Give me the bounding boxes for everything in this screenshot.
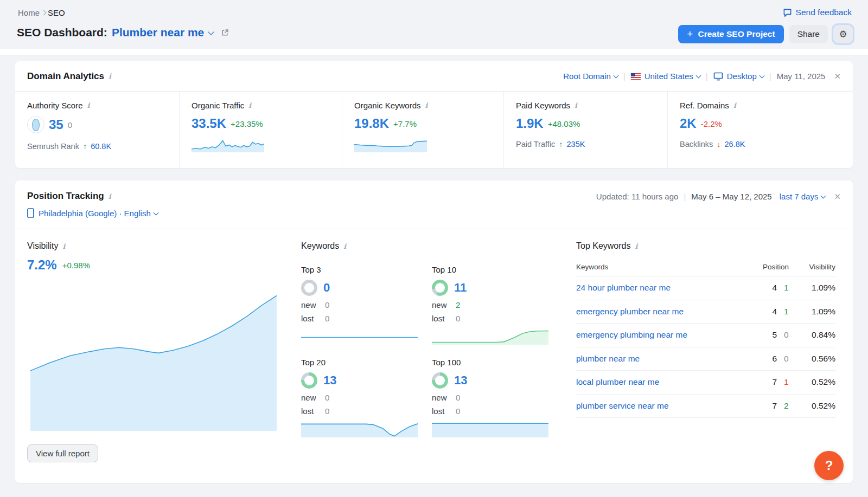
top3-count[interactable]: 0 [323, 281, 330, 295]
feedback-bubble-icon [783, 8, 792, 17]
trend-arrow-icon: ↓ [717, 140, 720, 149]
country-dropdown[interactable]: United States [631, 72, 700, 81]
keyword-link[interactable]: local plumber near me [576, 377, 749, 387]
info-icon[interactable] [425, 101, 428, 109]
domain-analytics-controls: Root Domain | United States | Desktop | … [563, 72, 841, 81]
top20-count[interactable]: 13 [323, 373, 336, 388]
close-icon[interactable] [834, 192, 841, 201]
close-icon[interactable] [834, 72, 841, 80]
keyword-link[interactable]: 24 hour plumber near me [576, 283, 749, 293]
metric-value[interactable]: 1.9K [516, 116, 544, 131]
view-full-report-button[interactable]: View full report [27, 444, 98, 462]
info-icon[interactable] [343, 242, 346, 250]
top100-donut-icon [432, 372, 448, 389]
top20-donut-icon [301, 372, 317, 389]
page-title: SEO Dashboard: Plumber near me [17, 26, 229, 39]
top100-count[interactable]: 13 [454, 373, 467, 388]
metric-organic-keywords: Organic Keywords 19.8K +7.7% [342, 92, 504, 167]
table-row: plumber service near me 7 2 0.52% [576, 395, 835, 418]
external-link-icon[interactable] [221, 29, 229, 37]
top100-sparkline [432, 421, 548, 437]
keywords-section: Keywords Top 3 0 new0 lost0 Top 10 [301, 241, 568, 437]
send-feedback-link[interactable]: Send feedback [783, 8, 852, 17]
create-seo-project-button[interactable]: Create SEO Project [678, 25, 783, 43]
top10-sparkline [432, 328, 548, 345]
backlinks-link[interactable]: 26.8K [725, 140, 745, 149]
metric-delta: -2.2% [701, 119, 722, 128]
paid-traffic-link[interactable]: 235K [567, 140, 585, 149]
col-keywords: Keywords [576, 263, 749, 271]
top3-sparkline [301, 328, 418, 345]
domain-analytics-header: Domain Analytics Root Domain | United St… [15, 61, 853, 92]
semrush-rank-link[interactable]: 60.8K [91, 142, 111, 151]
device-dropdown[interactable]: Desktop [713, 72, 764, 81]
lost-value: 0 [456, 406, 460, 416]
keyword-link[interactable]: plumber service near me [576, 401, 749, 411]
metric-delta: +23.35% [231, 119, 263, 128]
position-tracking-title: Position Tracking [27, 191, 104, 202]
chevron-down-icon[interactable] [208, 29, 214, 35]
top10-donut-icon [432, 280, 448, 296]
metric-sub-value: 0 [68, 120, 72, 130]
location-label: Philadelphia (Google) · English [39, 209, 151, 218]
metric-value[interactable]: 33.5K [192, 116, 226, 131]
visibility-area-chart [30, 294, 277, 431]
root-domain-dropdown[interactable]: Root Domain [563, 72, 618, 81]
lost-value: 0 [325, 406, 329, 416]
keyword-link[interactable]: emergency plumbing near me [576, 330, 749, 340]
metric-organic-traffic: Organic Traffic 33.5K +23.35% [180, 92, 342, 167]
breadcrumb: Home SEO [18, 8, 65, 17]
info-icon[interactable] [87, 101, 90, 109]
updated-label: Updated: 11 hours ago [596, 192, 679, 201]
info-icon[interactable] [108, 72, 111, 80]
top10-count[interactable]: 11 [454, 281, 467, 295]
metric-label: Ref. Domains [680, 101, 729, 110]
top-keywords-table: Keywords Position Visibility 24 hour plu… [576, 263, 835, 418]
position-value: 4 [749, 283, 777, 293]
metric-paid-keywords: Paid Keywords 1.9K +48.03% Paid Traffic … [504, 92, 668, 167]
metric-ref-domains: Ref. Domains 2K -2.2% Backlinks ↓ 26.8K [668, 92, 853, 167]
plus-icon [687, 28, 693, 40]
domain-metrics: Authority Score 35 0 Semrush Rank ↑ 60.8… [15, 92, 853, 167]
table-row: emergency plumbing near me 5 0 0.84% [576, 324, 835, 347]
metric-value[interactable]: 19.8K [354, 116, 389, 131]
new-value: 0 [325, 393, 329, 402]
top-keywords-label: Top Keywords [576, 241, 631, 251]
visibility-value: 1.09% [795, 307, 835, 317]
header-divider [0, 49, 868, 55]
project-selector[interactable]: Plumber near me [112, 26, 204, 39]
share-button[interactable]: Share [789, 25, 828, 43]
device-location-icon [27, 208, 34, 218]
footer-label: Backlinks [680, 140, 713, 149]
keywords-top10-box: Top 10 11 new2 lost0 [432, 265, 548, 345]
info-icon[interactable] [575, 101, 577, 109]
position-diff: 0 [777, 330, 795, 340]
table-row: plumber near me 6 0 0.56% [576, 347, 835, 371]
domain-analytics-title: Domain Analytics [27, 71, 104, 82]
metric-label: Organic Traffic [192, 101, 244, 110]
info-icon[interactable] [733, 101, 736, 109]
location-dropdown[interactable]: Philadelphia (Google) · English [27, 208, 841, 218]
top100-label: Top 100 [432, 358, 548, 367]
metric-label: Organic Keywords [354, 101, 421, 110]
metric-value[interactable]: 35 [49, 117, 63, 132]
keyword-link[interactable]: plumber near me [576, 354, 749, 364]
keyword-link[interactable]: emergency plumber near me [576, 307, 749, 317]
range-dropdown[interactable]: last 7 days [780, 192, 826, 201]
info-icon[interactable] [635, 242, 638, 250]
divider: | [764, 72, 777, 81]
organic-keywords-sparkline [354, 136, 427, 152]
table-row: 24 hour plumber near me 4 1 1.09% [576, 276, 835, 300]
help-button[interactable]: ? [814, 451, 844, 480]
breadcrumb-home[interactable]: Home [18, 8, 40, 17]
visibility-value: 0.56% [795, 354, 835, 364]
settings-button[interactable]: ⚙ [833, 25, 853, 43]
info-icon[interactable] [108, 192, 111, 201]
position-tracking-card: Position Tracking Updated: 11 hours ago … [15, 180, 853, 483]
organic-traffic-sparkline [192, 136, 264, 152]
us-flag-icon [631, 73, 641, 80]
metric-value[interactable]: 2K [680, 116, 697, 131]
info-icon[interactable] [63, 242, 66, 250]
visibility-section: Visibility 7.2% +0.98% [27, 241, 293, 273]
info-icon[interactable] [248, 101, 251, 109]
